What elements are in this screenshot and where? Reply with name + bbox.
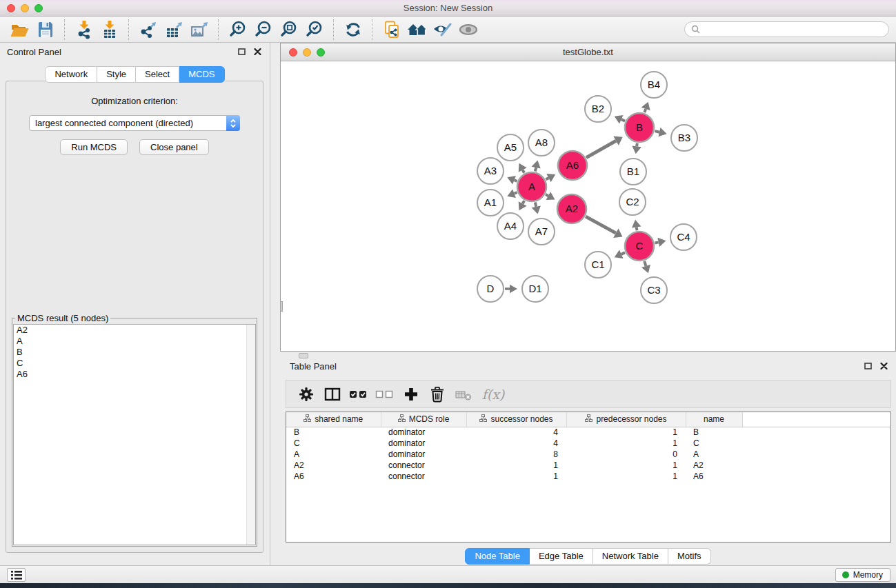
graph-edge-A-A2[interactable] xyxy=(546,192,555,200)
table-close-button[interactable] xyxy=(880,363,888,369)
result-item[interactable]: A2 xyxy=(14,325,255,336)
home-view-button[interactable] xyxy=(404,18,430,41)
graph-node-A2[interactable]: A2 xyxy=(557,194,586,223)
tab-select[interactable]: Select xyxy=(136,66,179,83)
table-row[interactable]: A2connector11A2 xyxy=(286,460,890,471)
table-cell[interactable]: 4 xyxy=(466,427,566,438)
delete-table-button[interactable] xyxy=(450,382,477,407)
graph-edge-A-A6[interactable] xyxy=(546,174,555,182)
result-scrollbar[interactable] xyxy=(246,325,255,545)
graph-node-C3[interactable]: C3 xyxy=(641,277,667,303)
column-header-successor-nodes[interactable]: successor nodes xyxy=(466,412,566,427)
run-mcds-button[interactable]: Run MCDS xyxy=(60,139,128,155)
graph-node-A[interactable]: A xyxy=(517,172,546,201)
graph-node-C4[interactable]: C4 xyxy=(670,224,697,250)
graph-node-D[interactable]: D xyxy=(477,276,504,302)
network-minimize-button[interactable] xyxy=(303,48,311,57)
table-row[interactable]: A6connector11A6 xyxy=(286,471,890,482)
zoom-selected-button[interactable] xyxy=(301,18,327,41)
save-session-button[interactable] xyxy=(32,18,58,41)
graph-node-A7[interactable]: A7 xyxy=(528,219,555,245)
table-cell[interactable]: 1 xyxy=(566,427,686,438)
table-settings-button[interactable] xyxy=(293,382,319,407)
table-cell[interactable]: C xyxy=(686,438,742,449)
table-cell[interactable]: connector xyxy=(381,460,466,471)
table-row[interactable]: Adominator80A xyxy=(286,449,890,460)
graph-edge-C-C4[interactable] xyxy=(655,238,666,247)
graph-node-B2[interactable]: B2 xyxy=(585,96,611,122)
graph-edge-A-A5[interactable] xyxy=(519,163,527,173)
graph-node-A4[interactable]: A4 xyxy=(497,213,524,239)
table-cell[interactable]: 1 xyxy=(466,460,566,471)
table-cell[interactable]: 1 xyxy=(566,438,686,449)
network-zoom-button[interactable] xyxy=(317,48,325,57)
table-cell[interactable]: 1 xyxy=(466,471,566,482)
graph-node-C1[interactable]: C1 xyxy=(585,252,611,278)
graph-edge-B-B2[interactable] xyxy=(615,115,625,123)
graph-edge-B-B4[interactable] xyxy=(641,102,650,113)
table-cell[interactable]: A6 xyxy=(286,471,381,482)
graph-node-A8[interactable]: A8 xyxy=(528,130,555,156)
graph-edge-A-A3[interactable] xyxy=(507,176,517,185)
import-network-button[interactable] xyxy=(71,18,97,41)
table-cell[interactable]: 8 xyxy=(466,449,566,460)
export-image-button[interactable] xyxy=(186,18,212,41)
tab-edge-table[interactable]: Edge Table xyxy=(530,548,593,565)
table-cell[interactable]: connector xyxy=(381,471,466,482)
close-panel-button-2[interactable]: Close panel xyxy=(139,139,209,155)
export-table-button[interactable] xyxy=(161,18,186,41)
tab-motifs[interactable]: Motifs xyxy=(668,548,711,565)
float-panel-button[interactable] xyxy=(238,48,246,55)
graph-edge-C-C2[interactable] xyxy=(632,220,641,231)
node-table[interactable]: shared nameMCDS rolesuccessor nodesprede… xyxy=(286,412,891,543)
graph-edge-A-A8[interactable] xyxy=(531,160,540,171)
graph-node-C2[interactable]: C2 xyxy=(619,189,646,215)
table-cell[interactable]: A2 xyxy=(686,460,742,471)
table-cell[interactable]: B xyxy=(286,427,381,438)
table-cell[interactable]: A6 xyxy=(686,471,742,482)
column-header-name[interactable]: name xyxy=(686,412,742,427)
apply-layout-button[interactable] xyxy=(340,18,366,41)
graph-edge-A2-C[interactable] xyxy=(586,216,622,238)
graph-node-A3[interactable]: A3 xyxy=(477,158,504,184)
zoom-in-button[interactable] xyxy=(225,18,250,41)
column-header-predecessor-nodes[interactable]: predecessor nodes xyxy=(566,412,686,427)
graph-node-D1[interactable]: D1 xyxy=(522,276,548,302)
result-item[interactable]: A6 xyxy=(14,369,255,380)
tab-style[interactable]: Style xyxy=(97,66,136,83)
toggle-graphics-details-button[interactable] xyxy=(430,18,455,41)
column-header-mcds-role[interactable]: MCDS role xyxy=(381,412,466,427)
table-cell[interactable]: C xyxy=(286,438,381,449)
tab-node-table[interactable]: Node Table xyxy=(465,548,530,565)
column-header-shared-name[interactable]: shared name xyxy=(286,412,381,427)
graph-edge-A6-B[interactable] xyxy=(586,136,623,158)
graph-edge-A-A1[interactable] xyxy=(507,189,517,198)
graph-edge-A-A7[interactable] xyxy=(532,202,541,214)
graph-node-A6[interactable]: A6 xyxy=(558,151,587,180)
graph-node-B3[interactable]: B3 xyxy=(671,125,697,151)
graph-edge-A-A4[interactable] xyxy=(519,201,527,210)
zoom-window-button[interactable] xyxy=(34,4,43,12)
create-column-button[interactable] xyxy=(398,382,424,407)
graph-node-A1[interactable]: A1 xyxy=(477,190,504,216)
table-cell[interactable]: dominator xyxy=(381,449,466,460)
table-row[interactable]: Cdominator41C xyxy=(286,438,890,449)
memory-button[interactable]: Memory xyxy=(835,568,890,582)
zoom-out-button[interactable] xyxy=(250,18,276,41)
close-panel-button[interactable] xyxy=(254,48,261,55)
select-all-columns-button[interactable] xyxy=(346,382,372,407)
deselect-all-columns-button[interactable] xyxy=(372,382,398,407)
result-item[interactable]: B xyxy=(14,347,255,358)
tab-network-table[interactable]: Network Table xyxy=(593,548,668,565)
graph-edge-C-C3[interactable] xyxy=(641,261,650,273)
function-builder-button[interactable]: f(x) xyxy=(477,382,510,407)
table-cell[interactable]: dominator xyxy=(381,427,466,438)
network-close-button[interactable] xyxy=(289,48,297,57)
dropdown-stepper-icon[interactable] xyxy=(226,115,240,131)
table-cell[interactable]: A xyxy=(686,449,742,460)
import-table-button[interactable] xyxy=(97,18,122,41)
graph-node-A5[interactable]: A5 xyxy=(497,134,524,161)
open-session-button[interactable] xyxy=(7,18,32,41)
graph-edge-C-C1[interactable] xyxy=(615,250,625,258)
duplicate-network-button[interactable] xyxy=(379,18,404,41)
